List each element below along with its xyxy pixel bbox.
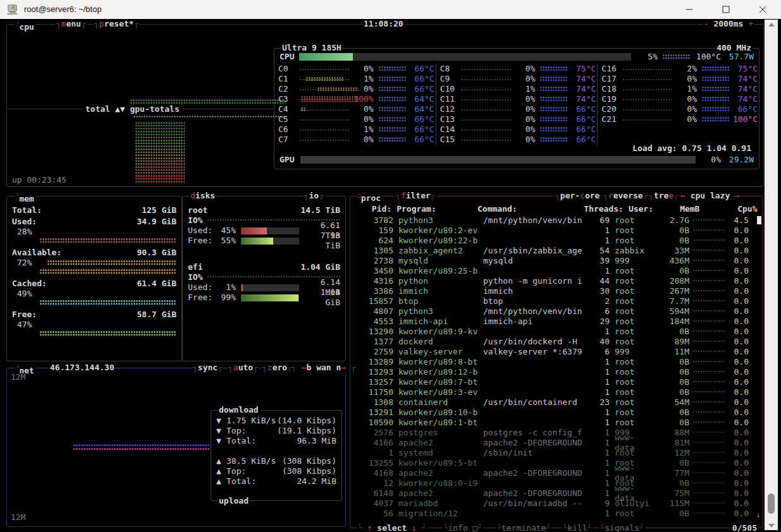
proc-scrollbar-thumb[interactable] (757, 216, 761, 224)
process-row[interactable]: 13293kworker/u89:12-b1root0B0.0 (354, 367, 756, 377)
zero-button[interactable]: zero (261, 363, 293, 373)
io-mode-button[interactable]: io (303, 191, 325, 201)
process-row[interactable]: 12kworker/u88:0-i91root0B0.0 (354, 478, 756, 488)
core-temp: 74°C (730, 94, 758, 104)
cpu-box-title[interactable]: ¹cpu (15, 19, 35, 32)
process-row[interactable]: 4807python3/mnt/python/venv/bin6root594M… (354, 306, 756, 317)
graph-down-arrow[interactable]: ▼ (120, 104, 125, 114)
terminate-button[interactable]: terminate (496, 523, 551, 532)
process-row[interactable]: 3782python3/mnt/python/venv/bin69root2.7… (354, 215, 756, 226)
mem-entry-header: Available:90.3 GiB (12, 248, 176, 258)
process-user: root (615, 418, 654, 428)
core-name: C2 (276, 84, 300, 94)
preset-button[interactable]: preset* (93, 19, 140, 29)
rate-decrease-button[interactable]: - (704, 19, 709, 28)
process-row[interactable]: 4316pythonpython -m gunicorn i44root208M… (354, 276, 756, 286)
download-stat-label: 1.75 KiB/s (226, 416, 277, 426)
process-row[interactable]: 4553immich-apiimmich-api29root184M0.0 (354, 317, 756, 327)
sync-button[interactable]: sync (192, 363, 224, 373)
core-temp: 66°C (407, 114, 434, 124)
process-row[interactable]: 13291kworker/u89:10-b1root0B0.0 (354, 408, 756, 418)
process-row[interactable]: 2759valkey-servervalkey-server *:6379699… (354, 347, 756, 357)
minimize-button[interactable] (671, 0, 708, 19)
terminal-scrollbar[interactable] (765, 20, 778, 530)
process-row[interactable]: 11750kworker/u89:3-ev1root0B0.0 (354, 387, 756, 397)
scrollbar-up-arrow[interactable] (765, 20, 778, 29)
rate-increase-button[interactable]: + (748, 19, 753, 28)
process-row[interactable]: 1305zabbix_agent2/usr/sbin/zabbix_age54z… (354, 246, 756, 256)
menu-button[interactable]: menu (55, 19, 87, 29)
process-row[interactable]: 159kworker/u89:2-ev1root0B0.0 (354, 226, 756, 236)
col-user[interactable]: User: (629, 204, 666, 214)
process-cpu-graph (693, 320, 725, 323)
process-row[interactable]: 15857btopbtop2root7.7M0.0 (354, 296, 756, 306)
cpu-graph-selector[interactable]: total ▲▼ gpu-totals (83, 104, 182, 114)
process-row[interactable]: 2576postgrespostgres -c config_f199988M0… (354, 428, 756, 438)
col-cpu[interactable]: Cpu% (737, 204, 749, 214)
process-row[interactable]: 13257kworker/u89:7-bt1root0B0.0 (354, 377, 756, 387)
wan-switch-button[interactable]: ←b wan n→ (290, 363, 357, 373)
mem-entry-header: Total:125 GiB (12, 205, 176, 215)
core-name: C17 (599, 74, 623, 84)
process-mem: 77M (654, 468, 689, 478)
process-row[interactable]: 13255kworker/u89:5-bt1root0B0.0 (354, 458, 756, 468)
info-button[interactable]: info □ (443, 523, 484, 532)
core-name: C1 (276, 74, 300, 84)
upload-stat-label: Total: (226, 476, 297, 487)
disk-io-label: IO% (188, 272, 202, 282)
process-pid: 6148 (354, 488, 393, 499)
per-core-button[interactable]: per-core (554, 191, 606, 201)
core-temp: 66°C (407, 124, 434, 135)
core-temp: 66°C (407, 84, 434, 94)
process-threads: 1 (591, 438, 610, 448)
process-row[interactable]: 624kworker/u89:22-b1root0B0.0 (354, 236, 756, 246)
process-row[interactable]: 4168apache2apache2 -DFOREGROUND1www-data… (354, 468, 756, 478)
process-row[interactable]: 10590kworker/u89:1-bt1root0B0.0 (354, 418, 756, 428)
mem-box-title[interactable]: ²mem (15, 191, 35, 204)
process-cpu-graph (693, 371, 725, 373)
process-row[interactable]: 2738mysqldmysqld39999436M0.0 (354, 256, 756, 266)
process-row[interactable]: 56migration/121root0B0.0 (354, 509, 756, 519)
process-row[interactable]: 3450kworker/u89:25-b1root0B0.0 (354, 266, 756, 276)
tree-button[interactable]: tree (648, 191, 680, 201)
process-row[interactable]: 6148apache2apache2 -DFOREGROUND1www-data… (354, 488, 756, 499)
process-row[interactable]: 1377dockerd/usr/bin/dockerd -H40root89M0… (354, 337, 756, 347)
process-row[interactable]: 3386immichimmich30root267M0.0 (354, 286, 756, 296)
process-row[interactable]: 13290kworker/u89:9-kv1root0B0.0 (354, 327, 756, 337)
col-command[interactable]: Command: (477, 204, 580, 214)
process-program: kworker/u89:10-b (398, 408, 483, 418)
col-memb[interactable]: MemB (666, 204, 699, 214)
download-stat-value: 96.3 MiB (297, 436, 336, 446)
kill-button[interactable]: kill (562, 523, 593, 532)
maximize-button[interactable] (708, 0, 744, 19)
col-threads[interactable]: Threads: (580, 204, 624, 214)
scrollbar-thumb[interactable] (768, 493, 775, 514)
close-button[interactable] (744, 0, 781, 19)
signals-button[interactable]: signals (599, 523, 644, 532)
col-program[interactable]: Program: (397, 204, 477, 214)
process-row[interactable]: 1308containerd/usr/bin/containerd23root5… (354, 397, 756, 408)
core-temp-meter (379, 97, 407, 102)
filter-button[interactable]: filter (395, 191, 437, 201)
sort-next-arrow[interactable]: → (735, 191, 740, 200)
core-usage-graph (300, 89, 350, 92)
reverse-button[interactable]: reverse (602, 191, 649, 201)
col-pid[interactable]: Pid: (354, 204, 391, 214)
proc-box-title[interactable]: □proc (357, 191, 382, 203)
process-row[interactable]: 4037mariadbd/usr/bin/mariadbd --9oliutyi… (354, 499, 756, 509)
select-button[interactable]: ↑ select ↓ (357, 523, 427, 532)
graph-up-arrow[interactable]: ▲ (115, 104, 120, 114)
process-row[interactable]: 13289kworker/u89:8-bt1root0B0.0 (354, 357, 756, 367)
auto-button[interactable]: auto (227, 363, 259, 373)
process-row[interactable]: 4166apache2apache2 -DFOREGROUND1www-data… (354, 438, 756, 448)
next-iface-arrow[interactable]: → (341, 363, 346, 372)
scrollbar-down-arrow[interactable] (765, 521, 778, 530)
disks-box-title[interactable]: disks (189, 191, 216, 201)
core-name: C0 (276, 64, 300, 74)
sort-prev-arrow[interactable]: ← (680, 191, 686, 200)
process-row[interactable]: 1systemd/sbin/init1root12M0.0 (354, 448, 756, 458)
core-temp-meter (540, 117, 568, 123)
disk-header: root14.5 TiB (188, 205, 340, 215)
proc-scroll-more-icon[interactable]: ↓ (756, 510, 761, 520)
sort-column-selector[interactable]: ← cpu lazy → (679, 191, 741, 201)
